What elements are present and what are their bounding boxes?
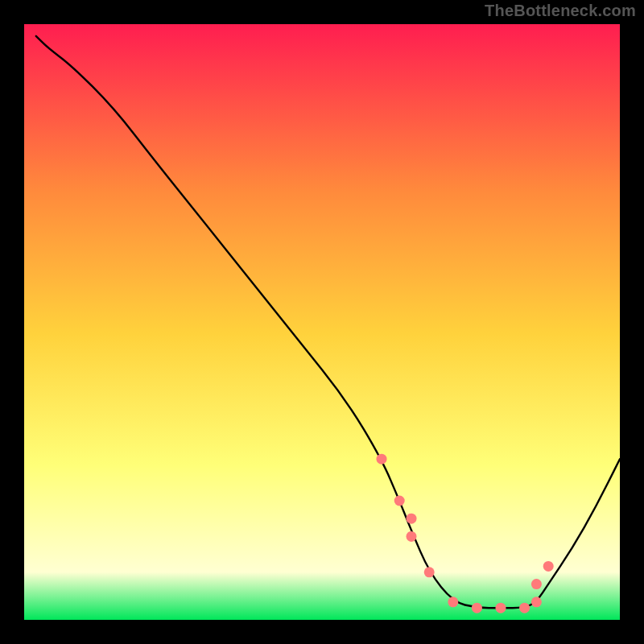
curve-marker [424,567,435,577]
bottleneck-chart [0,0,644,644]
curve-marker [519,603,530,613]
watermark-text: TheBottleneck.com [485,2,636,20]
chart-stage: TheBottleneck.com [0,0,644,644]
curve-marker [448,597,458,607]
gradient-background [24,24,620,620]
curve-marker [531,597,542,607]
curve-marker [543,561,554,572]
curve-marker [531,579,542,589]
curve-marker [496,603,506,613]
curve-marker [377,454,387,464]
curve-marker [407,514,417,524]
curve-marker [472,603,482,613]
curve-marker [394,496,405,506]
curve-marker [407,531,417,542]
